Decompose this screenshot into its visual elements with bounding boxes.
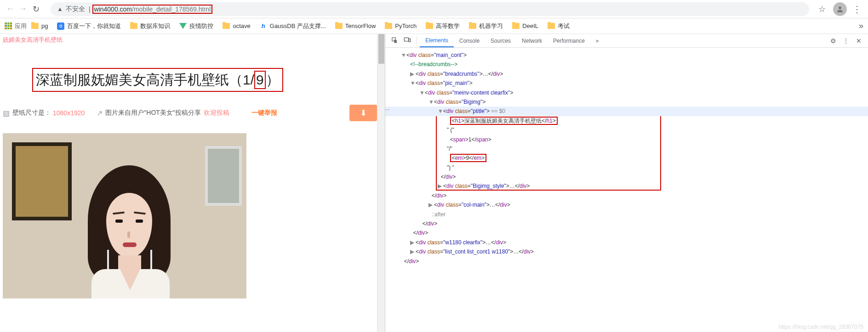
dom-node-close[interactable]: </div> — [385, 219, 868, 228]
dom-node-close[interactable]: </div> — [385, 228, 868, 237]
bookmark-label: GaussDB 产品支撑... — [270, 22, 326, 30]
scrollbar-thumb[interactable] — [378, 34, 384, 64]
dom-node[interactable]: ▶<div class="breadcrumbs">…</div> — [385, 69, 868, 79]
dom-node[interactable]: ▶<div class="col-main">…</div> — [385, 200, 868, 209]
dom-node[interactable]: ▶<div class="Bigimg_style">…</div> — [385, 181, 868, 191]
dom-node[interactable]: <em>9</em> — [385, 153, 868, 163]
apps-shortcut[interactable]: 应用 — [5, 22, 27, 30]
svg-rect-3 — [409, 39, 410, 42]
tab-performance[interactable]: Performance — [548, 34, 590, 47]
folder-icon — [512, 23, 520, 29]
bookmark-math[interactable]: 高等数学 — [426, 22, 460, 30]
bookmark-label: pg — [41, 23, 48, 29]
inspect-icon[interactable] — [388, 37, 401, 45]
gauss-icon: h — [260, 23, 267, 30]
folder-icon — [130, 23, 137, 29]
dom-node[interactable]: ▼<div class="pic_main"> — [385, 79, 868, 88]
bookmark-exam[interactable]: 考试 — [548, 22, 570, 30]
tab-network[interactable]: Network — [516, 34, 548, 47]
dom-node[interactable]: <span>1</span> — [385, 135, 868, 144]
paren-close: ） — [266, 72, 280, 87]
url-domain: win4000.com — [94, 6, 132, 13]
report-link[interactable]: 一键举报 — [251, 109, 277, 117]
bookmark-label: 考试 — [558, 22, 570, 30]
download-icon: ⬇ — [360, 108, 367, 118]
chrome-menu-icon[interactable]: ⋮ — [850, 4, 864, 15]
paren-open: （ — [229, 72, 243, 87]
bookmark-ml[interactable]: 机器学习 — [469, 22, 503, 30]
device-toggle-icon[interactable] — [401, 37, 414, 45]
dom-text: " (" — [385, 125, 868, 135]
dom-node[interactable]: ▶<div class="list_cont list_cont1 w1180"… — [385, 247, 868, 256]
forward-button[interactable]: → — [17, 4, 29, 14]
tab-sources[interactable]: Sources — [485, 34, 516, 47]
folder-icon — [548, 23, 555, 29]
dom-node-close[interactable]: </div> — [385, 191, 868, 200]
dom-text: "/" — [385, 144, 868, 153]
folder-icon — [385, 23, 392, 29]
page-total-highlight: 9 — [254, 71, 266, 89]
meta-row: ▨ 壁纸尺寸是： 1080x1920 ↗ 图片来自用户"HOT美女"投稿分享 欢… — [3, 105, 377, 121]
source-text: 图片来自用户"HOT美女"投稿分享 — [105, 109, 201, 117]
bookmark-octave[interactable]: octave — [223, 23, 250, 29]
bookmark-gaussdb[interactable]: hGaussDB 产品支撑... — [260, 22, 326, 30]
devtools-close-icon[interactable]: ✕ — [852, 37, 865, 45]
reload-button[interactable]: ↻ — [29, 4, 42, 14]
dom-node[interactable]: ▶<div class="w1180 clearfix">…</div> — [385, 238, 868, 247]
page-slash: / — [251, 72, 254, 87]
folder-icon — [469, 23, 476, 29]
settings-icon[interactable]: ⚙ — [827, 37, 839, 45]
tab-elements[interactable]: Elements — [420, 34, 454, 47]
dom-node-close[interactable]: </div> — [385, 172, 868, 181]
back-button[interactable]: ← — [4, 4, 17, 14]
page-scrollbar[interactable] — [377, 34, 385, 332]
download-button[interactable]: ⬇ — [349, 105, 377, 121]
svg-rect-2 — [404, 38, 408, 41]
bookmark-label: PyTorch — [395, 23, 417, 29]
tab-console[interactable]: Console — [454, 34, 485, 47]
folder-icon — [426, 23, 433, 29]
watermark: https://blog.csdn.net/qq_29367075 — [779, 324, 863, 330]
dim-label: 壁纸尺寸是： — [12, 109, 51, 117]
url-domain-highlight: win4000.com/mobile_detail_178569.html — [92, 5, 213, 14]
profile-avatar[interactable] — [833, 2, 847, 16]
browser-toolbar: ← → ↻ ▲ 不安全 | win4000.com/mobile_detail_… — [0, 0, 868, 18]
bookmark-pg[interactable]: pg — [31, 23, 48, 29]
bookmark-tensorflow[interactable]: TensorFlow — [335, 23, 376, 29]
dom-node-selected[interactable]: ▼<div class="ptitle"> == $0 — [385, 107, 868, 116]
welcome-link[interactable]: 欢迎投稿 — [204, 109, 229, 117]
separator: | — [89, 6, 91, 13]
image-icon: ▨ — [3, 109, 10, 118]
bookmark-label: DeeIL — [522, 23, 538, 29]
folder-icon — [223, 23, 230, 29]
bookmark-deeil[interactable]: DeeIL — [512, 23, 538, 29]
page-title: 深蓝制服妩媚美女高清手机壁纸 — [36, 72, 229, 87]
bookmark-covid[interactable]: 疫情防控 — [179, 22, 213, 30]
tabs-more[interactable]: » — [590, 34, 605, 47]
bookmarks-overflow-icon[interactable]: » — [859, 21, 863, 31]
elements-tree[interactable]: ▼<div class="main_cont"> <!--breadcrumbs… — [385, 48, 868, 332]
dom-node[interactable]: <h1>深蓝制服妩媚美女高清手机壁纸</h1> — [385, 116, 868, 125]
wallpaper-image[interactable] — [3, 133, 246, 298]
breadcrumb[interactable]: 妩媚美女高清手机壁纸 — [0, 34, 377, 46]
page-title-highlight: 深蓝制服妩媚美女高清手机壁纸（1/9） — [32, 68, 283, 92]
bookmark-pytorch[interactable]: PyTorch — [385, 23, 417, 29]
bookmark-baidu[interactable]: ʊ百度一下，你就知道 — [57, 22, 121, 30]
bookmark-label: 机器学习 — [479, 22, 503, 30]
insecure-label: 不安全 — [66, 5, 85, 13]
dom-node[interactable]: ▼<div class="meinv-content clearfix"> — [385, 88, 868, 97]
folder-icon — [31, 23, 39, 29]
bookmark-star-icon[interactable]: ☆ — [818, 4, 826, 14]
selected-marker-icon: ⋯ — [385, 107, 391, 113]
bookmark-db[interactable]: 数据库知识 — [130, 22, 170, 30]
devtools-menu-icon[interactable]: ⋮ — [839, 37, 852, 45]
dom-node-close[interactable]: </div> — [385, 257, 868, 266]
dom-node[interactable]: ▼<div class="Bigimg"> — [385, 97, 868, 107]
bookmark-label: octave — [233, 23, 250, 29]
dom-comment: <!--breadcrumbs--> — [385, 60, 868, 69]
dom-node[interactable]: ▼<div class="main_cont"> — [385, 51, 868, 60]
insecure-icon: ▲ — [57, 6, 63, 12]
dim-segment: ▨ 壁纸尺寸是： 1080x1920 — [3, 109, 85, 118]
folder-icon — [335, 23, 343, 29]
address-bar[interactable]: ▲ 不安全 | win4000.com/mobile_detail_178569… — [51, 2, 809, 16]
